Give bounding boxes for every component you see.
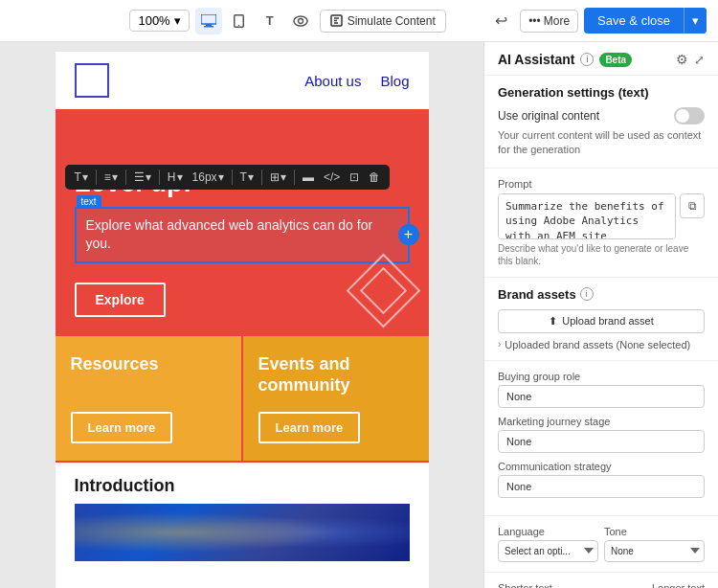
svg-rect-2 bbox=[204, 26, 213, 28]
undo-btn[interactable]: ↩ bbox=[487, 8, 514, 34]
buying-group-select[interactable]: None Decision Maker Influencer Practitio… bbox=[498, 385, 705, 408]
use-original-label: Use original content bbox=[498, 109, 599, 123]
inline-sep-5 bbox=[261, 170, 262, 185]
learn-more-btn-1[interactable]: Learn more bbox=[71, 412, 173, 443]
tone-field: Tone None Professional Casual Inspiratio… bbox=[604, 526, 705, 562]
add-content-btn[interactable]: + bbox=[398, 224, 419, 245]
desktop-device-btn[interactable] bbox=[195, 8, 222, 34]
hero-section: T ▾ ≡ ▾ ☰ ▾ H ▾ 16px ▾ T ▾ ⊞ ▾ ▬ </> ⊡ bbox=[56, 109, 429, 336]
nav-blog-link[interactable]: Blog bbox=[380, 73, 409, 89]
dropdowns-section: Buying group role None Decision Maker In… bbox=[484, 361, 718, 516]
svg-rect-0 bbox=[201, 14, 216, 24]
panel-title-row: AI Assistant i Beta bbox=[498, 52, 632, 67]
tablet-device-btn[interactable] bbox=[226, 8, 253, 34]
text-length-labels: Shorter text Longer text bbox=[498, 582, 705, 588]
hero-text[interactable]: Explore what advanced web analytics can … bbox=[86, 216, 398, 254]
svg-point-5 bbox=[294, 16, 307, 26]
events-card: Events and community Learn more bbox=[243, 336, 429, 461]
prompt-copy-btn[interactable]: ⧉ bbox=[680, 193, 705, 218]
panel-expand-icon[interactable]: ⤢ bbox=[694, 53, 705, 67]
marketing-stage-label: Marketing journey stage bbox=[498, 416, 705, 427]
prompt-section: Prompt ⧉ Describe what you'd like to gen… bbox=[484, 169, 718, 278]
comm-strategy-field: Communication strategy None Informationa… bbox=[498, 461, 705, 498]
brand-assets-section: Brand assets i ⬆ Upload brand asset › Up… bbox=[484, 278, 718, 361]
longer-text-label: Longer text bbox=[652, 582, 705, 588]
device-icons: T bbox=[195, 8, 314, 34]
text-label: text bbox=[77, 195, 101, 208]
inline-tool-image[interactable]: ⊞ ▾ bbox=[266, 169, 290, 186]
inline-tool-delete[interactable]: 🗑 bbox=[365, 169, 384, 186]
inline-tool-copy[interactable]: ⊡ bbox=[346, 169, 363, 186]
inline-tool-align[interactable]: ≡ ▾ bbox=[101, 169, 122, 186]
buying-group-field: Buying group role None Decision Maker In… bbox=[498, 371, 705, 408]
prompt-textarea[interactable] bbox=[498, 193, 676, 239]
main-layout: About us Blog T ▾ ≡ ▾ ☰ ▾ H ▾ 16px ▾ T ▾ bbox=[0, 42, 718, 588]
inline-tool-size[interactable]: 16px ▾ bbox=[189, 169, 228, 186]
use-original-toggle-row: Use original content bbox=[498, 107, 705, 124]
preview-btn[interactable] bbox=[287, 8, 314, 34]
language-label: Language bbox=[498, 526, 598, 537]
save-close-btn[interactable]: Save & close ▾ bbox=[584, 8, 707, 34]
upload-icon: ⬆ bbox=[549, 315, 557, 328]
inline-tool-text[interactable]: T ▾ bbox=[71, 169, 92, 186]
panel-info-icon[interactable]: i bbox=[580, 53, 594, 66]
upload-brand-asset-btn[interactable]: ⬆ Upload brand asset bbox=[498, 309, 705, 333]
inline-tool-block[interactable]: ▬ bbox=[299, 169, 318, 186]
nav-about-link[interactable]: About us bbox=[304, 73, 361, 89]
nav-logo bbox=[75, 63, 109, 98]
brand-assets-title: Brand assets bbox=[498, 287, 576, 302]
explore-button[interactable]: Explore bbox=[75, 283, 166, 317]
tone-select[interactable]: None Professional Casual Inspirational bbox=[604, 540, 705, 562]
top-toolbar: 100% ▾ T Simulate Content ↩ ••• More bbox=[0, 0, 718, 42]
inline-sep-1 bbox=[96, 170, 97, 185]
zoom-selector[interactable]: 100% ▾ bbox=[129, 10, 189, 32]
panel-title: AI Assistant bbox=[498, 52, 574, 67]
zoom-value: 100% bbox=[138, 13, 169, 28]
panel-settings-icon[interactable]: ⚙ bbox=[676, 52, 688, 67]
intro-image bbox=[75, 504, 410, 561]
lang-tone-row: Language Select an opti... English Frenc… bbox=[498, 526, 705, 562]
brand-info-icon[interactable]: i bbox=[580, 287, 594, 301]
shorter-text-label: Shorter text bbox=[498, 582, 552, 588]
svg-rect-1 bbox=[206, 24, 212, 26]
uploaded-label: Uploaded brand assets (None selected) bbox=[505, 339, 690, 351]
inline-tool-code[interactable]: </> bbox=[320, 169, 344, 186]
hero-diamond-inner bbox=[359, 267, 406, 314]
inline-tool-heading[interactable]: H ▾ bbox=[164, 169, 187, 186]
inline-toolbar: T ▾ ≡ ▾ ☰ ▾ H ▾ 16px ▾ T ▾ ⊞ ▾ ▬ </> ⊡ bbox=[65, 165, 391, 190]
prompt-hint: Describe what you'd like to generate or … bbox=[498, 242, 705, 267]
panel-header: AI Assistant i Beta ⚙ ⤢ bbox=[484, 42, 718, 76]
text-selection-box[interactable]: text Explore what advanced web analytics… bbox=[75, 207, 410, 263]
marketing-stage-field: Marketing journey stage None Awareness C… bbox=[498, 416, 705, 453]
inline-tool-list[interactable]: ☰ ▾ bbox=[130, 169, 155, 186]
prompt-label: Prompt bbox=[498, 178, 705, 190]
language-select[interactable]: Select an opti... English French German … bbox=[498, 540, 598, 562]
chevron-right-icon: › bbox=[498, 339, 501, 350]
zoom-chevron: ▾ bbox=[174, 13, 181, 28]
page-nav: About us Blog bbox=[56, 52, 429, 109]
inline-sep-6 bbox=[294, 170, 295, 185]
svg-point-4 bbox=[238, 24, 239, 25]
text-mode-btn[interactable]: T bbox=[257, 8, 283, 34]
canvas-area: About us Blog T ▾ ≡ ▾ ☰ ▾ H ▾ 16px ▾ T ▾ bbox=[0, 42, 483, 588]
inline-sep-3 bbox=[159, 170, 160, 185]
uploaded-assets-row[interactable]: › Uploaded brand assets (None selected) bbox=[498, 339, 705, 351]
inline-sep-4 bbox=[232, 170, 233, 185]
lang-tone-section: Language Select an opti... English Frenc… bbox=[484, 516, 718, 573]
marketing-stage-select[interactable]: None Awareness Consideration Decision bbox=[498, 430, 705, 453]
resources-card: Resources Learn more bbox=[56, 336, 241, 461]
save-label: Save & close bbox=[584, 8, 684, 34]
tone-label: Tone bbox=[604, 526, 705, 537]
use-original-toggle[interactable] bbox=[674, 107, 705, 124]
events-title: Events and community bbox=[258, 353, 414, 396]
more-btn[interactable]: ••• More bbox=[520, 10, 578, 33]
inline-sep-2 bbox=[125, 170, 126, 185]
generation-settings-section: Generation settings (text) Use original … bbox=[484, 76, 718, 169]
comm-strategy-select[interactable]: None Informational Persuasive Narrative bbox=[498, 475, 705, 498]
inline-tool-text2[interactable]: T ▾ bbox=[236, 169, 258, 186]
save-arrow[interactable]: ▾ bbox=[684, 8, 707, 34]
simulate-content-btn[interactable]: Simulate Content bbox=[320, 10, 446, 33]
simulate-label: Simulate Content bbox=[348, 14, 436, 28]
comm-strategy-label: Communication strategy bbox=[498, 461, 705, 472]
learn-more-btn-2[interactable]: Learn more bbox=[258, 412, 361, 443]
